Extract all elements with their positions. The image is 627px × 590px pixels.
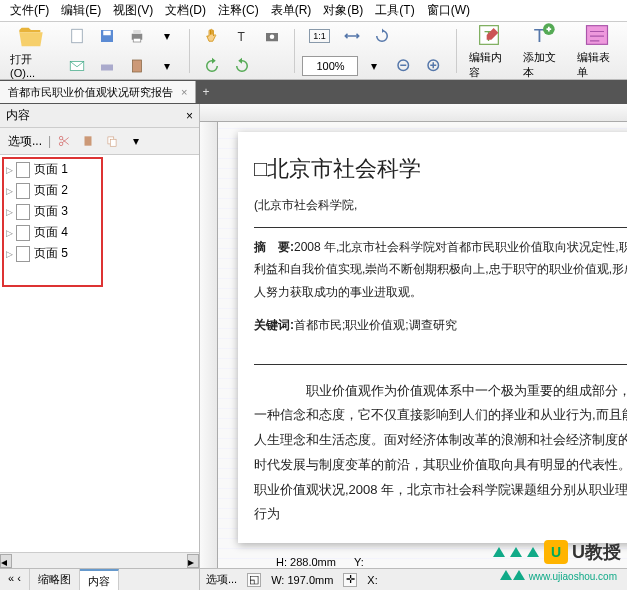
add-text-button[interactable]: T 添加文本: [517, 19, 569, 82]
hand-tool-button[interactable]: [198, 22, 226, 50]
page-label: 页面 5: [34, 245, 68, 262]
doc-subtitle: (北京市社会科学院,: [254, 194, 627, 217]
main-toolbar: 打开(O)... ▾ ▾ T 1:1 ▾ T 编辑内容 T 添加文本 编辑表单: [0, 22, 627, 80]
brand-icon: U: [544, 540, 568, 564]
sidebar-options-button[interactable]: 选项...: [4, 131, 46, 152]
more-button[interactable]: ▾: [153, 22, 181, 50]
sidebar-tab-content[interactable]: 内容: [80, 569, 119, 590]
text-cursor-icon: T: [233, 27, 251, 45]
text-select-button[interactable]: T: [228, 22, 256, 50]
scan-button[interactable]: [93, 52, 121, 80]
close-tab-icon[interactable]: ×: [181, 86, 187, 98]
status-options-button[interactable]: 选项...: [206, 572, 237, 587]
menu-object[interactable]: 对象(B): [317, 0, 369, 21]
menu-edit[interactable]: 编辑(E): [55, 0, 107, 21]
open-button[interactable]: 打开(O)...: [4, 21, 59, 81]
sidebar-header: 内容 ×: [0, 104, 199, 128]
separator: [294, 29, 295, 73]
tab-title: 首都市民职业价值观状况研究报告: [8, 85, 173, 100]
cut-button[interactable]: [53, 130, 75, 152]
redo-icon: [233, 57, 251, 75]
document-page: □北京市社会科学 (北京市社会科学院, 摘 要:2008 年,北京市社会科学院对…: [238, 132, 627, 543]
clipboard-icon: [128, 57, 146, 75]
edit-content-button[interactable]: T 编辑内容: [463, 19, 515, 82]
redo-button[interactable]: [228, 52, 256, 80]
width-label: W:: [271, 574, 284, 586]
sidebar-nav-button[interactable]: « ‹: [0, 569, 30, 590]
save-button[interactable]: [93, 22, 121, 50]
sidebar-tab-thumbnail[interactable]: 缩略图: [30, 569, 80, 590]
x-label: X:: [367, 574, 377, 586]
menu-window[interactable]: 窗口(W): [421, 0, 476, 21]
separator: [456, 29, 457, 73]
zoom-input[interactable]: [302, 56, 358, 76]
new-button[interactable]: [63, 22, 91, 50]
clipboard-button[interactable]: [123, 52, 151, 80]
document-viewer: □北京市社会科学 (北京市社会科学院, 摘 要:2008 年,北京市社会科学院对…: [200, 104, 627, 590]
sidebar-dropdown-button[interactable]: ▾: [125, 130, 147, 152]
height-value: 288.0mm: [290, 556, 336, 568]
keywords-label: 关键词:: [254, 318, 294, 332]
page-tree-item[interactable]: ▷页面 1: [4, 159, 195, 180]
sidebar-tabs: « ‹ 缩略图 内容: [0, 568, 199, 590]
menu-form[interactable]: 表单(R): [265, 0, 318, 21]
svg-rect-2: [103, 30, 111, 35]
clipboard-icon: [81, 134, 95, 148]
menu-tool[interactable]: 工具(T): [369, 0, 420, 21]
email-button[interactable]: [63, 52, 91, 80]
copy-button[interactable]: [101, 130, 123, 152]
menu-view[interactable]: 视图(V): [107, 0, 159, 21]
watermark-url: www.ujiaoshou.com: [500, 570, 617, 582]
more2-button[interactable]: ▾: [153, 52, 181, 80]
zoom-in-button[interactable]: [420, 52, 448, 80]
crop-icon[interactable]: ◱: [247, 573, 261, 587]
sidebar-tree: ▷页面 1 ▷页面 2 ▷页面 3 ▷页面 4 ▷页面 5: [0, 155, 199, 552]
svg-rect-23: [110, 139, 116, 146]
undo-icon: [203, 57, 221, 75]
page-tree-item[interactable]: ▷页面 2: [4, 180, 195, 201]
rotate-icon: [373, 27, 391, 45]
watermark-logo: U U教授: [493, 540, 621, 564]
brand-text: U教授: [572, 540, 621, 564]
plus-icon: [425, 57, 443, 75]
body-text: 职业价值观作为价值观体系中一个极为重要的组成部分，是指人们对待职业的一种信念和态…: [254, 379, 627, 527]
coords-icon[interactable]: ✛: [343, 573, 357, 587]
menu-document[interactable]: 文档(D): [159, 0, 212, 21]
menu-annotate[interactable]: 注释(C): [212, 0, 265, 21]
open-label: 打开(O)...: [10, 52, 53, 79]
keywords-text: 首都市民;职业价值观;调查研究: [294, 318, 457, 332]
sidebar-close-icon[interactable]: ×: [186, 109, 193, 123]
svg-rect-0: [71, 29, 82, 43]
svg-rect-4: [133, 30, 141, 34]
fit-page-button[interactable]: 1:1: [302, 22, 336, 50]
page-tree-item[interactable]: ▷页面 3: [4, 201, 195, 222]
zoom-dropdown[interactable]: ▾: [360, 52, 388, 80]
abstract-text: 2008 年,北京市社会科学院对首都市民职业价值取向状况定性,职业理想倾向于个人…: [254, 240, 627, 300]
sidebar-hscroll[interactable]: ◂▸: [0, 552, 199, 568]
sidebar-toolbar: 选项... | ▾: [0, 128, 199, 155]
zoom-out-button[interactable]: [390, 52, 418, 80]
undo-button[interactable]: [198, 52, 226, 80]
page-icon: [16, 225, 30, 241]
sidebar-panel: 内容 × 选项... | ▾ ▷页面 1 ▷页面 2 ▷页面 3 ▷页面 4 ▷…: [0, 104, 200, 590]
camera-icon: [263, 27, 281, 45]
fit-width-button[interactable]: [338, 22, 366, 50]
document-tab[interactable]: 首都市民职业价值观状况研究报告 ×: [0, 81, 196, 103]
scanner-icon: [98, 57, 116, 75]
add-tab-button[interactable]: +: [196, 85, 215, 99]
page-tree-item[interactable]: ▷页面 4: [4, 222, 195, 243]
menu-file[interactable]: 文件(F): [4, 0, 55, 21]
blank-page-icon: [68, 27, 86, 45]
floppy-icon: [98, 27, 116, 45]
paste-button[interactable]: [77, 130, 99, 152]
separator: [189, 29, 190, 73]
svg-text:T: T: [237, 29, 245, 43]
svg-point-11: [269, 34, 274, 39]
rotate-button[interactable]: [368, 22, 396, 50]
page-tree-item[interactable]: ▷页面 5: [4, 243, 195, 264]
print-button[interactable]: [123, 22, 151, 50]
page-icon: [16, 183, 30, 199]
snapshot-button[interactable]: [258, 22, 286, 50]
edit-form-button[interactable]: 编辑表单: [571, 19, 623, 82]
page-canvas[interactable]: □北京市社会科学 (北京市社会科学院, 摘 要:2008 年,北京市社会科学院对…: [218, 122, 627, 568]
